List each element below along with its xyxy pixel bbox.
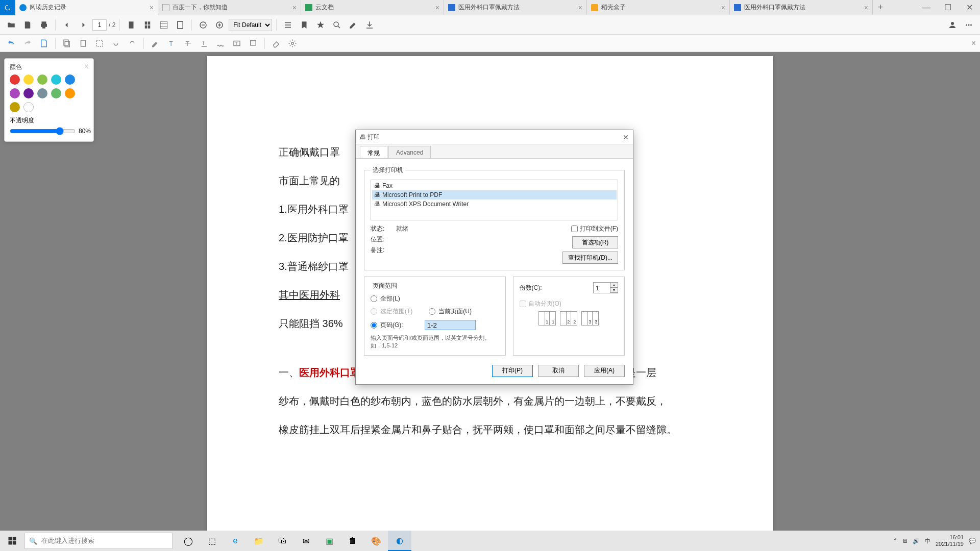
- user-button[interactable]: [945, 18, 960, 32]
- swatch-orange[interactable]: [65, 88, 75, 98]
- printer-list[interactable]: 🖶Fax 🖶Microsoft Print to PDF 🖶Microsoft …: [371, 180, 618, 220]
- notifications-icon[interactable]: 💬: [969, 538, 976, 544]
- store-button[interactable]: 🛍: [271, 531, 294, 551]
- swatch-none[interactable]: [23, 102, 34, 112]
- print-to-file-checkbox[interactable]: 打印到文件(F): [571, 224, 618, 233]
- taskbar-search[interactable]: 🔍 在此键入进行搜索: [24, 533, 173, 549]
- next-page-button[interactable]: [76, 18, 90, 32]
- tab-cloud-doc[interactable]: 云文档 ×: [301, 0, 444, 15]
- swatch-blue[interactable]: [65, 74, 75, 85]
- open-button[interactable]: [4, 18, 18, 32]
- printer-item[interactable]: 🖶Microsoft Print to PDF: [372, 190, 617, 199]
- app-icon[interactable]: [0, 0, 15, 15]
- ime-indicator[interactable]: 中: [925, 537, 930, 545]
- copies-stepper[interactable]: ▲▼: [593, 282, 618, 293]
- close-button[interactable]: ✕: [959, 0, 980, 15]
- tab-daoke[interactable]: 稻壳盒子 ×: [587, 0, 730, 15]
- print-button[interactable]: 打印(P): [492, 365, 533, 377]
- minimize-button[interactable]: —: [916, 0, 937, 15]
- save-annot-button[interactable]: [37, 36, 51, 51]
- explorer-button[interactable]: 📁: [247, 531, 271, 551]
- tab-mask-doc-2[interactable]: 医用外科口罩佩戴方法 ×: [730, 0, 873, 15]
- paste-button[interactable]: [76, 36, 90, 51]
- rotate-right-button[interactable]: [125, 36, 139, 51]
- textbox-button[interactable]: T: [230, 36, 244, 51]
- continuous-button[interactable]: [140, 18, 155, 32]
- copies-input[interactable]: [593, 282, 610, 293]
- edge-button[interactable]: e: [224, 531, 247, 551]
- clock[interactable]: 16:01 2021/11/19: [936, 534, 964, 547]
- range-pages-radio[interactable]: [371, 322, 377, 329]
- undo-button[interactable]: [4, 36, 18, 51]
- mail-button[interactable]: ✉: [294, 531, 317, 551]
- swatch-lightgreen[interactable]: [51, 88, 61, 98]
- text-button[interactable]: T: [164, 36, 179, 51]
- find-printer-button[interactable]: 查找打印机(D)...: [562, 252, 618, 264]
- app-button-2[interactable]: 🎨: [364, 531, 388, 551]
- close-icon[interactable]: ✕: [623, 133, 629, 141]
- edit-button[interactable]: [346, 18, 360, 32]
- page-input[interactable]: [92, 19, 107, 31]
- current-app-button[interactable]: ◐: [388, 531, 411, 551]
- swatch-cyan[interactable]: [51, 74, 61, 85]
- close-icon[interactable]: ×: [435, 4, 439, 12]
- apply-button[interactable]: 应用(A): [584, 365, 625, 377]
- redo-button[interactable]: [20, 36, 35, 51]
- preferences-button[interactable]: 首选项(R): [572, 236, 618, 248]
- maximize-button[interactable]: ☐: [937, 0, 959, 15]
- chevron-down-icon[interactable]: ▼: [610, 288, 618, 293]
- swatch-olive[interactable]: [10, 102, 20, 112]
- zoom-out-button[interactable]: [196, 18, 210, 32]
- eraser-button[interactable]: [269, 36, 283, 51]
- range-all-radio[interactable]: [371, 295, 377, 302]
- close-icon[interactable]: ×: [292, 4, 297, 12]
- tab-baidu[interactable]: 百度一下，你就知道 ×: [158, 0, 301, 15]
- strikethrough-button[interactable]: T: [181, 36, 195, 51]
- swatch-yellow[interactable]: [23, 74, 34, 85]
- zoom-select[interactable]: Fit Default: [229, 19, 272, 31]
- wechat-button[interactable]: ▣: [317, 531, 341, 551]
- save-button[interactable]: [20, 18, 35, 32]
- chevron-up-icon[interactable]: ▲: [610, 283, 618, 288]
- swatch-red[interactable]: [10, 74, 20, 85]
- network-icon[interactable]: 🖥: [902, 538, 908, 544]
- tab-general[interactable]: 常规: [360, 146, 387, 158]
- printer-item[interactable]: 🖶Fax: [372, 181, 617, 190]
- fit-page-button[interactable]: [173, 18, 187, 32]
- close-icon[interactable]: ×: [721, 4, 725, 12]
- app-button[interactable]: 🗑: [341, 531, 364, 551]
- outline-button[interactable]: [281, 18, 295, 32]
- close-icon[interactable]: ×: [150, 4, 154, 12]
- prev-page-button[interactable]: [60, 18, 74, 32]
- tab-mask-doc-1[interactable]: 医用外科口罩佩戴方法 ×: [444, 0, 587, 15]
- search-button[interactable]: [330, 18, 344, 32]
- highlight-button[interactable]: [148, 36, 162, 51]
- select-button[interactable]: [92, 36, 107, 51]
- underline-button[interactable]: T: [197, 36, 211, 51]
- bookmark-button[interactable]: [297, 18, 311, 32]
- print-button[interactable]: [37, 18, 51, 32]
- swatch-darkpurple[interactable]: [23, 88, 34, 98]
- tab-history[interactable]: 阅读历史记录 ×: [15, 0, 158, 15]
- swatch-purple[interactable]: [10, 88, 20, 98]
- rotate-left-button[interactable]: [109, 36, 123, 51]
- dialog-titlebar[interactable]: 🖶 打印 ✕: [356, 130, 633, 144]
- tab-advanced[interactable]: Advanced: [388, 146, 431, 158]
- close-icon[interactable]: ×: [864, 4, 868, 12]
- opacity-slider[interactable]: [10, 127, 76, 135]
- squiggly-button[interactable]: [213, 36, 228, 51]
- fit-width-button[interactable]: [157, 18, 171, 32]
- new-tab-button[interactable]: +: [873, 2, 888, 13]
- page-range-input[interactable]: [425, 320, 476, 330]
- swatch-green[interactable]: [37, 74, 47, 85]
- close-annot-bar[interactable]: ×: [971, 39, 976, 48]
- tray-chevron-icon[interactable]: ˄: [894, 538, 897, 544]
- copy-button[interactable]: [60, 36, 74, 51]
- note-button[interactable]: [246, 36, 260, 51]
- swatch-bluegrey[interactable]: [37, 88, 47, 98]
- volume-icon[interactable]: 🔊: [913, 538, 920, 544]
- more-button[interactable]: [962, 18, 976, 32]
- printer-item[interactable]: 🖶Microsoft XPS Document Writer: [372, 199, 617, 209]
- zoom-in-button[interactable]: [212, 18, 227, 32]
- star-button[interactable]: [313, 18, 328, 32]
